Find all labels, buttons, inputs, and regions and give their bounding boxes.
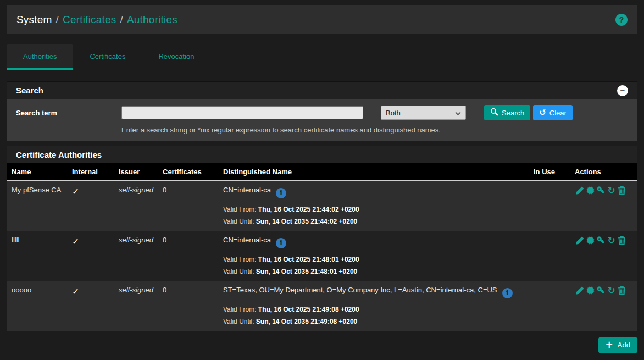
ca-cert-count: 0 [158, 231, 219, 281]
renew-icon[interactable]: ↻ [606, 286, 617, 296]
add-button-label: Add [618, 341, 630, 349]
ca-table: Name Internal Issuer Certificates Distin… [7, 163, 637, 331]
ca-issuer: self-signed [119, 236, 153, 244]
search-term-label: Search term [16, 109, 121, 117]
ca-cert-count: 0 [158, 281, 219, 331]
tab-revocation[interactable]: Revocation [142, 44, 210, 70]
clear-button[interactable]: ↺ Clear [533, 105, 573, 120]
breadcrumb-link-certificates[interactable]: Certificates [63, 14, 116, 25]
info-icon[interactable]: i [276, 188, 286, 198]
search-panel-header: Search − [7, 82, 637, 99]
ca-issuer: self-signed [119, 186, 153, 194]
valid-from-label: Valid From: [223, 206, 256, 213]
tab-certificates[interactable]: Certificates [73, 44, 142, 70]
valid-from-value: Thu, 16 Oct 2025 21:49:08 +0200 [258, 306, 359, 313]
scope-select-value: Both [386, 109, 401, 117]
tab-bar: Authorities Certificates Revocation [7, 44, 637, 70]
ca-cert-count: 0 [158, 181, 219, 231]
search-button[interactable]: Search [484, 105, 530, 120]
distinguished-name: ST=Texas, OU=My Department, O=My Company… [223, 286, 497, 294]
plus-icon: + [606, 340, 613, 350]
renew-icon[interactable]: ↻ [606, 186, 617, 196]
check-icon: ✓ [72, 236, 79, 247]
edit-icon[interactable] [575, 236, 585, 246]
search-panel-body: Search term Both Search ↺ Clear Enter a … [7, 99, 637, 141]
table-row: ooooo ✓ self-signed 0 ST=Texas, OU=My De… [7, 281, 637, 331]
breadcrumb: System/Certificates/Authorities ? [7, 5, 637, 34]
column-header-inuse: In Use [529, 163, 570, 181]
column-header-dn: Distinguished Name [219, 163, 529, 181]
valid-until-label: Valid Until: [223, 218, 254, 225]
distinguished-name: CN=internal-ca [223, 236, 271, 244]
info-icon[interactable]: i [276, 238, 286, 248]
ca-name: My pfSense CA [7, 181, 68, 231]
breadcrumb-trail: System/Certificates/Authorities [16, 14, 177, 26]
valid-until-label: Valid Until: [223, 318, 254, 325]
ca-in-use [529, 281, 570, 331]
breadcrumb-section: System [16, 14, 52, 25]
check-icon: ✓ [72, 286, 79, 297]
table-row: lllll ✓ self-signed 0 CN=internal-cai Va… [7, 231, 637, 281]
column-header-actions: Actions [570, 163, 637, 181]
delete-icon[interactable] [617, 286, 627, 296]
valid-from-value: Thu, 16 Oct 2025 21:48:01 +0200 [258, 256, 359, 263]
ca-panel-header: Certificate Authorities [7, 146, 637, 163]
delete-icon[interactable] [617, 236, 627, 246]
distinguished-name: CN=internal-ca [223, 186, 271, 194]
renew-icon[interactable]: ↻ [606, 236, 617, 246]
help-icon[interactable]: ? [615, 14, 628, 26]
valid-until-value: Sun, 14 Oct 2035 21:49:08 +0200 [256, 318, 357, 325]
delete-icon[interactable] [617, 186, 627, 196]
ca-in-use [529, 231, 570, 281]
valid-until-value: Sun, 14 Oct 2035 21:48:01 +0200 [256, 268, 357, 275]
undo-icon: ↺ [539, 109, 546, 117]
ca-name: lllll [7, 231, 68, 281]
ca-panel-title: Certificate Authorities [16, 150, 102, 159]
valid-from-label: Valid From: [223, 256, 256, 263]
tab-authorities[interactable]: Authorities [7, 44, 73, 70]
export-certificate-icon[interactable] [585, 286, 596, 296]
table-row: My pfSense CA ✓ self-signed 0 CN=interna… [7, 181, 637, 231]
check-icon: ✓ [72, 186, 79, 197]
export-key-icon[interactable] [596, 286, 606, 296]
search-panel: Search − Search term Both Search ↺ Clear [7, 81, 637, 141]
breadcrumb-separator: / [120, 14, 123, 25]
search-button-label: Search [502, 109, 524, 117]
edit-icon[interactable] [575, 186, 585, 196]
export-key-icon[interactable] [596, 236, 606, 246]
footer-actions: + Add [7, 337, 637, 353]
search-input[interactable] [121, 106, 363, 119]
collapse-icon[interactable]: − [617, 85, 628, 96]
scope-select[interactable]: Both [381, 106, 466, 120]
ca-panel: Certificate Authorities Name Internal Is… [7, 146, 637, 331]
breadcrumb-link-authorities[interactable]: Authorities [127, 14, 177, 25]
export-certificate-icon[interactable] [585, 186, 596, 196]
breadcrumb-separator: / [56, 14, 59, 25]
export-certificate-icon[interactable] [585, 236, 596, 246]
edit-icon[interactable] [575, 286, 585, 296]
valid-until-label: Valid Until: [223, 268, 254, 275]
ca-issuer: self-signed [119, 286, 153, 294]
table-header-row: Name Internal Issuer Certificates Distin… [7, 163, 637, 181]
search-help-text: Enter a search string or *nix regular ex… [121, 126, 628, 134]
valid-from-label: Valid From: [223, 306, 256, 313]
search-icon [490, 108, 498, 118]
ca-in-use [529, 181, 570, 231]
info-icon[interactable]: i [502, 288, 513, 298]
search-panel-title: Search [16, 86, 43, 95]
column-header-name: Name [7, 163, 68, 181]
export-key-icon[interactable] [596, 186, 606, 196]
column-header-certificates: Certificates [158, 163, 219, 181]
page: System/Certificates/Authorities ? Author… [0, 0, 644, 353]
clear-button-label: Clear [549, 109, 567, 117]
valid-from-value: Thu, 16 Oct 2025 21:44:02 +0200 [258, 206, 359, 213]
ca-name: ooooo [7, 281, 68, 331]
column-header-issuer: Issuer [114, 163, 158, 181]
column-header-internal: Internal [68, 163, 114, 181]
chevron-down-icon [455, 109, 461, 117]
add-button[interactable]: + Add [598, 337, 637, 353]
valid-until-value: Sun, 14 Oct 2035 21:44:02 +0200 [256, 218, 357, 225]
